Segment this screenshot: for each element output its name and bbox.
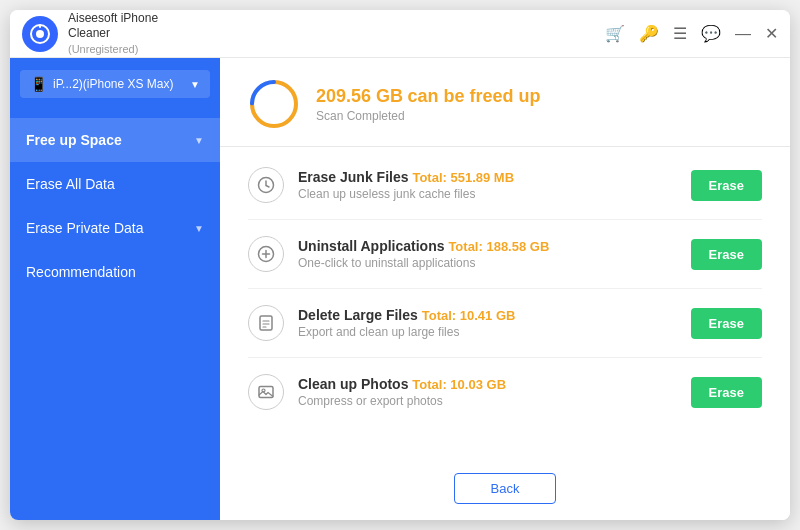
item-desc-erase-junk: Clean up useless junk cache files bbox=[298, 187, 677, 201]
scan-size-text: 209.56 GB can be freed up bbox=[316, 86, 541, 107]
erase-button-uninstall-apps[interactable]: Erase bbox=[691, 239, 762, 270]
chevron-down-icon: ▼ bbox=[190, 79, 200, 90]
item-desc-delete-large: Export and clean up large files bbox=[298, 325, 677, 339]
app-logo bbox=[22, 16, 58, 52]
item-desc-uninstall-apps: One-click to uninstall applications bbox=[298, 256, 677, 270]
item-total-clean-photos: Total: 10.03 GB bbox=[412, 377, 506, 392]
sidebar-item-erase-all-data[interactable]: Erase All Data bbox=[10, 162, 220, 206]
svg-point-1 bbox=[36, 30, 44, 38]
item-row-clean-photos: Clean up Photos Total: 10.03 GB Compress… bbox=[248, 358, 762, 426]
item-info-uninstall-apps: Uninstall Applications Total: 188.58 GB … bbox=[298, 238, 677, 270]
erase-button-clean-photos[interactable]: Erase bbox=[691, 377, 762, 408]
main-window: Aiseesoft iPhone Cleaner (Unregistered) … bbox=[10, 10, 790, 520]
cart-icon[interactable]: 🛒 bbox=[605, 24, 625, 43]
svg-rect-7 bbox=[260, 316, 272, 330]
item-total-uninstall-apps: Total: 188.58 GB bbox=[448, 239, 549, 254]
app-title: Aiseesoft iPhone Cleaner (Unregistered) bbox=[68, 11, 158, 56]
nav-items: Free up Space ▼ Erase All Data Erase Pri… bbox=[10, 118, 220, 294]
bottom-bar: Back bbox=[220, 461, 790, 520]
item-info-clean-photos: Clean up Photos Total: 10.03 GB Compress… bbox=[298, 376, 677, 408]
item-info-delete-large: Delete Large Files Total: 10.41 GB Expor… bbox=[298, 307, 677, 339]
content-area: 209.56 GB can be freed up Scan Completed… bbox=[220, 58, 790, 520]
item-title-delete-large: Delete Large Files Total: 10.41 GB bbox=[298, 307, 677, 323]
item-title-erase-junk: Erase Junk Files Total: 551.89 MB bbox=[298, 169, 677, 185]
item-title-clean-photos: Clean up Photos Total: 10.03 GB bbox=[298, 376, 677, 392]
main-layout: 📱 iP...2)(iPhone XS Max) ▼ Free up Space… bbox=[10, 58, 790, 520]
menu-icon[interactable]: ☰ bbox=[673, 24, 687, 43]
can-freed-label: can be freed up bbox=[408, 86, 541, 106]
chevron-down-icon: ▼ bbox=[194, 135, 204, 146]
item-total-delete-large: Total: 10.41 GB bbox=[422, 308, 516, 323]
chevron-down-icon: ▼ bbox=[194, 223, 204, 234]
window-controls: 🛒 🔑 ☰ 💬 — ✕ bbox=[605, 24, 778, 43]
chat-icon[interactable]: 💬 bbox=[701, 24, 721, 43]
title-bar: Aiseesoft iPhone Cleaner (Unregistered) … bbox=[10, 10, 790, 58]
sidebar: 📱 iP...2)(iPhone XS Max) ▼ Free up Space… bbox=[10, 58, 220, 520]
sidebar-item-recommendation[interactable]: Recommendation bbox=[10, 250, 220, 294]
device-selector[interactable]: 📱 iP...2)(iPhone XS Max) ▼ bbox=[20, 70, 210, 98]
close-icon[interactable]: ✕ bbox=[765, 24, 778, 43]
item-total-erase-junk: Total: 551.89 MB bbox=[412, 170, 514, 185]
scan-circle bbox=[248, 78, 300, 130]
back-button[interactable]: Back bbox=[454, 473, 557, 504]
scan-status: Scan Completed bbox=[316, 109, 541, 123]
app-header: Aiseesoft iPhone Cleaner (Unregistered) bbox=[22, 11, 158, 56]
photo-icon bbox=[248, 374, 284, 410]
item-title-uninstall-apps: Uninstall Applications Total: 188.58 GB bbox=[298, 238, 677, 254]
svg-rect-8 bbox=[259, 387, 273, 398]
minimize-icon[interactable]: — bbox=[735, 25, 751, 43]
item-row-erase-junk: Erase Junk Files Total: 551.89 MB Clean … bbox=[248, 151, 762, 220]
scan-info: 209.56 GB can be freed up Scan Completed bbox=[316, 86, 541, 123]
item-desc-clean-photos: Compress or export photos bbox=[298, 394, 677, 408]
items-list: Erase Junk Files Total: 551.89 MB Clean … bbox=[220, 147, 790, 461]
sidebar-item-erase-private-data[interactable]: Erase Private Data ▼ bbox=[10, 206, 220, 250]
clock-icon bbox=[248, 167, 284, 203]
apps-icon bbox=[248, 236, 284, 272]
item-row-delete-large: Delete Large Files Total: 10.41 GB Expor… bbox=[248, 289, 762, 358]
scan-header: 209.56 GB can be freed up Scan Completed bbox=[220, 58, 790, 147]
device-label: iP...2)(iPhone XS Max) bbox=[53, 77, 174, 91]
question-icon[interactable]: 🔑 bbox=[639, 24, 659, 43]
item-row-uninstall-apps: Uninstall Applications Total: 188.58 GB … bbox=[248, 220, 762, 289]
file-icon bbox=[248, 305, 284, 341]
item-info-erase-junk: Erase Junk Files Total: 551.89 MB Clean … bbox=[298, 169, 677, 201]
erase-button-erase-junk[interactable]: Erase bbox=[691, 170, 762, 201]
sidebar-item-free-up-space[interactable]: Free up Space ▼ bbox=[10, 118, 220, 162]
erase-button-delete-large[interactable]: Erase bbox=[691, 308, 762, 339]
phone-icon: 📱 bbox=[30, 76, 47, 92]
